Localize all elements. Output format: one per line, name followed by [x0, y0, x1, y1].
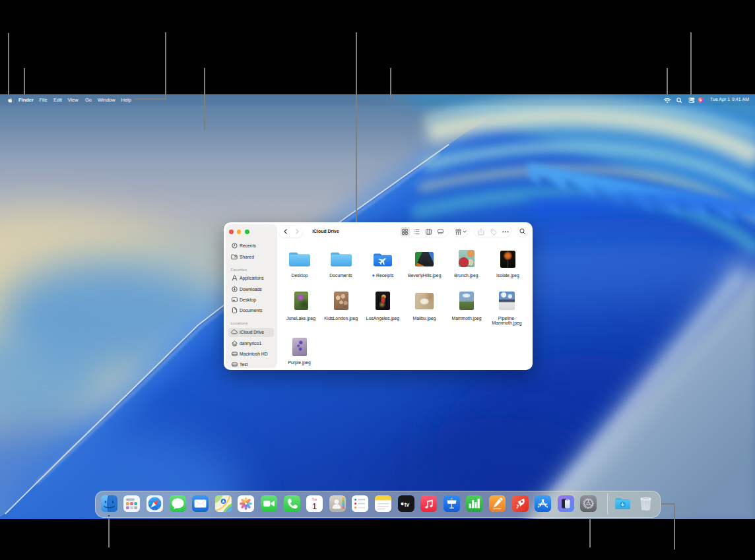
- svg-text:1: 1: [312, 501, 317, 511]
- svg-text:tv: tv: [404, 501, 409, 507]
